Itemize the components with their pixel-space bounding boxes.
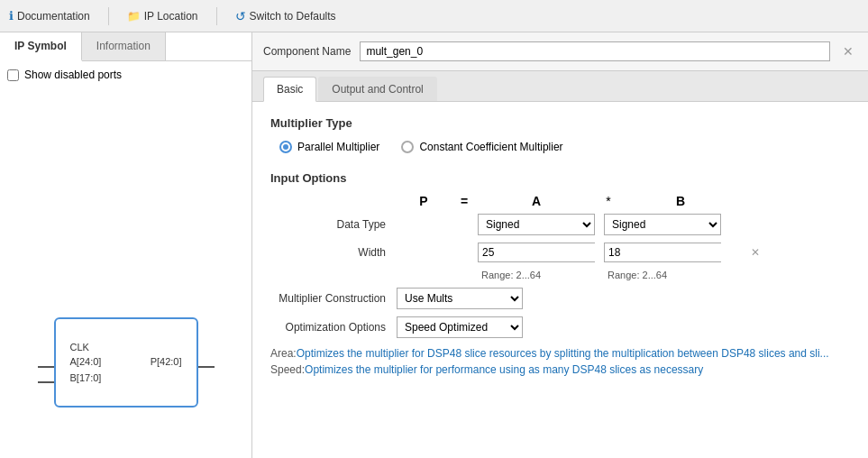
width-b-field: ✕ <box>604 243 721 262</box>
main-layout: IP Symbol Information Show disabled port… <box>0 32 868 458</box>
radio-parallel-circle <box>279 141 292 153</box>
optimization-label: Optimization Options <box>270 321 397 334</box>
mult-construction-select[interactable]: Use Mults <box>397 288 523 309</box>
info-text-area: Area:Optimizes the multiplier for DSP48 … <box>270 345 850 378</box>
left-tabs: IP Symbol Information <box>0 32 251 61</box>
toolbar: ℹ Documentation 📁 IP Location ↺ Switch t… <box>0 0 868 32</box>
radio-parallel-label: Parallel Multiplier <box>297 141 379 153</box>
width-a-input[interactable] <box>479 243 621 261</box>
left-connectors-svg <box>38 317 54 408</box>
port-b: B[17:0] <box>70 372 182 383</box>
range-b-text: Range: 2...64 <box>604 270 667 280</box>
toolbar-divider-1 <box>108 7 109 25</box>
col-a-header: A <box>478 194 595 208</box>
component-name-label: Component Name <box>263 45 351 58</box>
mult-construction-label: Multiplier Construction <box>270 292 397 305</box>
col-eq-header: = <box>451 194 478 208</box>
folder-icon: 📁 <box>127 10 141 23</box>
refresh-icon: ↺ <box>235 9 246 23</box>
ip-symbol-box: CLK A[24:0] P[42:0] B[17:0] <box>54 317 198 408</box>
col-star-header: * <box>595 194 622 208</box>
optimization-select[interactable]: Speed Optimized <box>397 316 523 338</box>
info-line-1: Area:Optimizes the multiplier for DSP48 … <box>270 345 850 362</box>
symbol-area: CLK A[24:0] P[42:0] B[17:0] <box>0 267 251 458</box>
width-b-clear-button[interactable]: ✕ <box>747 244 763 261</box>
radio-constant[interactable]: Constant Coefficient Multiplier <box>401 141 562 153</box>
info-line-2: Speed:Optimizes the multiplier for perfo… <box>270 362 850 378</box>
switch-defaults-link[interactable]: ↺ Switch to Defaults <box>235 9 336 23</box>
width-row: Width ✕ ✕ <box>270 243 850 262</box>
show-disabled-ports-row: Show disabled ports <box>7 69 244 81</box>
content-area: Multiplier Type Parallel Multiplier Cons… <box>252 102 868 458</box>
right-connectors-svg <box>198 317 215 408</box>
data-type-b-select[interactable]: Signed <box>604 214 721 235</box>
tab-basic[interactable]: Basic <box>263 77 316 102</box>
show-disabled-ports-checkbox[interactable] <box>7 69 19 81</box>
switch-defaults-label: Switch to Defaults <box>250 10 336 23</box>
tab-ip-symbol[interactable]: IP Symbol <box>0 32 82 61</box>
port-p: P[42:0] <box>151 356 182 367</box>
tab-output-control[interactable]: Output and Control <box>318 77 436 101</box>
component-name-clear-button[interactable]: ✕ <box>839 42 857 60</box>
io-header-row: P = A * B <box>270 194 850 208</box>
ip-location-label: IP Location <box>144 10 198 23</box>
width-label: Width <box>270 246 397 259</box>
toolbar-divider-2 <box>216 7 217 25</box>
left-panel: IP Symbol Information Show disabled port… <box>0 32 252 458</box>
documentation-label: Documentation <box>17 10 90 23</box>
port-a: A[24:0] <box>70 356 102 367</box>
show-disabled-ports-label: Show disabled ports <box>24 69 122 81</box>
radio-group-multiplier-type: Parallel Multiplier Constant Coefficient… <box>270 141 850 153</box>
port-clk: CLK <box>70 342 182 353</box>
documentation-link[interactable]: ℹ Documentation <box>9 9 90 23</box>
optimization-row: Optimization Options Speed Optimized <box>270 316 850 338</box>
radio-parallel[interactable]: Parallel Multiplier <box>279 141 379 153</box>
col-b-header: B <box>622 194 739 208</box>
radio-constant-circle <box>401 141 414 153</box>
left-panel-content: Show disabled ports <box>0 61 251 267</box>
component-name-row: Component Name ✕ <box>252 32 868 71</box>
component-name-input[interactable] <box>360 41 830 61</box>
tab-information[interactable]: Information <box>82 32 166 60</box>
width-b-input[interactable] <box>605 243 747 261</box>
mult-construction-row: Multiplier Construction Use Mults <box>270 288 850 309</box>
width-a-field: ✕ <box>478 243 595 262</box>
info-icon: ℹ <box>9 9 14 23</box>
radio-constant-label: Constant Coefficient Multiplier <box>419 141 562 153</box>
port-row-a-p: A[24:0] P[42:0] <box>70 356 182 367</box>
data-type-row: Data Type Signed Signed <box>270 214 850 235</box>
data-type-a-select[interactable]: Signed <box>478 214 595 235</box>
range-row: Range: 2...64 Range: 2...64 <box>270 270 850 280</box>
right-panel: Component Name ✕ Basic Output and Contro… <box>252 32 868 458</box>
right-tab-bar: Basic Output and Control <box>252 71 868 102</box>
range-a-text: Range: 2...64 <box>478 270 595 280</box>
data-type-label: Data Type <box>270 218 397 231</box>
multiplier-type-title: Multiplier Type <box>270 116 850 130</box>
ip-location-link[interactable]: 📁 IP Location <box>127 10 198 23</box>
col-p-header: P <box>397 194 451 208</box>
ip-symbol-wrapper: CLK A[24:0] P[42:0] B[17:0] <box>54 317 198 408</box>
input-options-title: Input Options <box>270 171 850 185</box>
